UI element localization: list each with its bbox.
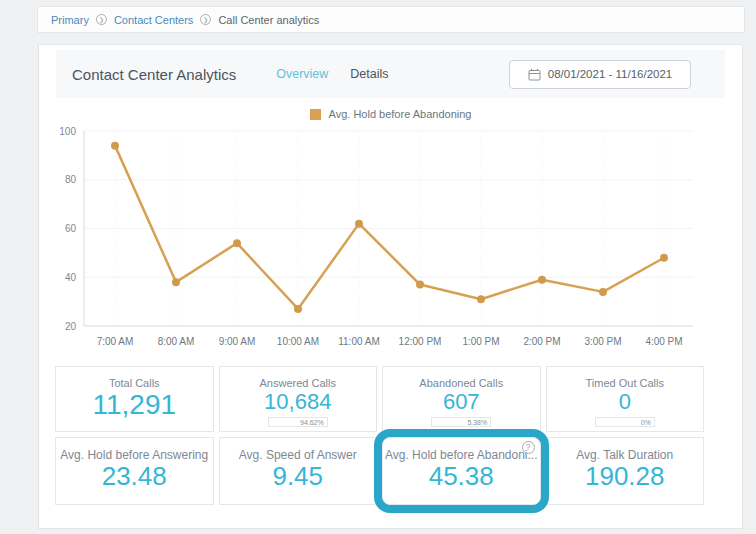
percent-bar: 5.38% [431, 417, 491, 427]
x-tick-label: 9:00 AM [219, 336, 256, 347]
chart-point [599, 288, 607, 296]
stat-label: Avg. Hold before Abandoni... [383, 448, 540, 462]
chart-point [111, 142, 119, 150]
y-tick-label: 60 [65, 223, 77, 234]
stat-card-avg-speed-of-answer: Avg. Speed of Answer 9.45 [219, 437, 378, 505]
stat-value: 45.38 [383, 462, 540, 492]
x-tick-label: 3:00 PM [584, 336, 621, 347]
legend-square-icon [310, 109, 321, 120]
legend-label: Avg. Hold before Abandoning [329, 108, 472, 120]
breadcrumb-current: Call Center analytics [218, 14, 319, 26]
stat-label: Answered Calls [220, 377, 377, 389]
stat-value: 0 [547, 389, 704, 414]
x-tick-label: 12:00 PM [399, 336, 442, 347]
x-tick-label: 1:00 PM [462, 336, 499, 347]
stat-label: Total Calls [56, 377, 213, 389]
stats-grid: Total Calls 11,291 Answered Calls 10,684… [55, 366, 704, 505]
y-tick-label: 100 [59, 126, 76, 137]
breadcrumb: Primary ❯ Contact Centers ❯ Call Center … [37, 6, 745, 33]
y-tick-label: 40 [65, 272, 77, 283]
stat-value: 9.45 [220, 462, 377, 492]
circled-chevron-icon: ❯ [96, 14, 107, 25]
circled-chevron-icon: ❯ [200, 14, 211, 25]
tab-overview[interactable]: Overview [276, 67, 328, 81]
stat-value: 23.48 [56, 462, 213, 492]
chart-point [416, 281, 424, 289]
tab-bar: Overview Details [276, 67, 388, 81]
chart-point [294, 305, 302, 313]
calendar-icon [528, 68, 541, 81]
tab-details[interactable]: Details [350, 67, 388, 81]
stat-value: 607 [383, 389, 540, 414]
x-tick-label: 11:00 AM [338, 336, 380, 347]
stat-card-avg-hold-before-answering: Avg. Hold before Answering 23.48 [55, 437, 214, 505]
x-tick-label: 7:00 AM [97, 336, 134, 347]
chart-point [172, 278, 180, 286]
x-tick-label: 2:00 PM [523, 336, 560, 347]
stat-label: Avg. Talk Duration [547, 448, 704, 462]
stat-label: Timed Out Calls [547, 377, 704, 389]
breadcrumb-link-primary[interactable]: Primary [51, 14, 89, 26]
x-tick-label: 8:00 AM [158, 336, 195, 347]
chart-point [233, 239, 241, 247]
chart-point [660, 254, 668, 262]
y-tick-label: 80 [65, 174, 77, 185]
line-chart: 204060801007:00 AM8:00 AM9:00 AM10:00 AM… [46, 123, 736, 358]
stat-label: Avg. Speed of Answer [220, 448, 377, 462]
chart-series-line [115, 146, 664, 309]
stat-card-avg-talk-duration: Avg. Talk Duration 190.28 [546, 437, 705, 505]
date-range-label: 08/01/2021 - 11/16/2021 [548, 68, 672, 80]
stat-value: 11,291 [56, 389, 213, 421]
stat-card-avg-hold-before-abandoning: ? Avg. Hold before Abandoni... 45.38 [382, 437, 541, 505]
stat-card-abandoned-calls: Abandoned Calls 607 5.38% [382, 366, 541, 432]
page-title: Contact Center Analytics [72, 66, 236, 83]
chart-legend: Avg. Hold before Abandoning [39, 107, 742, 121]
stat-value: 190.28 [547, 462, 704, 492]
question-mark-icon[interactable]: ? [522, 441, 535, 454]
header-band: Contact Center Analytics Overview Detail… [56, 50, 725, 98]
percent-bar: 0% [595, 417, 655, 427]
stat-card-timed-out-calls: Timed Out Calls 0 0% [546, 366, 705, 432]
y-tick-label: 20 [65, 321, 77, 332]
chart-point [355, 220, 363, 228]
chart-point [538, 276, 546, 284]
stat-card-answered-calls: Answered Calls 10,684 94.62% [219, 366, 378, 432]
stat-card-total-calls: Total Calls 11,291 [55, 366, 214, 432]
stat-label: Abandoned Calls [383, 377, 540, 389]
line-chart-svg: 204060801007:00 AM8:00 AM9:00 AM10:00 AM… [46, 123, 736, 358]
x-tick-label: 10:00 AM [277, 336, 319, 347]
chart-point [477, 295, 485, 303]
stat-value: 10,684 [220, 389, 377, 414]
breadcrumb-link-contact-centers[interactable]: Contact Centers [114, 14, 193, 26]
main-panel: Contact Center Analytics Overview Detail… [38, 44, 743, 529]
stat-label: Avg. Hold before Answering [56, 448, 213, 462]
percent-bar: 94.62% [268, 417, 328, 427]
x-tick-label: 4:00 PM [645, 336, 682, 347]
date-range-picker[interactable]: 08/01/2021 - 11/16/2021 [509, 60, 691, 89]
